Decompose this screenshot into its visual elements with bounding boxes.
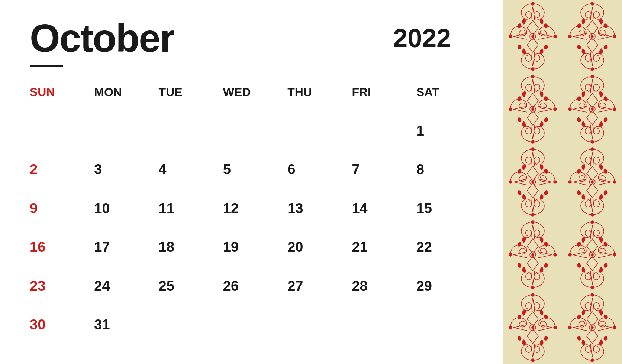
day-cell [287, 310, 352, 349]
day-cell: 22 [416, 233, 481, 272]
day-header-sun: SUN [30, 82, 94, 116]
day-header-sat: SAT [416, 82, 481, 116]
day-cell: 15 [416, 194, 481, 233]
svg-rect-7 [503, 0, 622, 364]
day-cell: 28 [352, 272, 416, 311]
day-cell [416, 310, 481, 349]
ornament-panel [503, 0, 622, 364]
day-cell: 27 [287, 272, 352, 311]
day-cell [159, 310, 223, 349]
day-header-thu: THU [287, 82, 352, 116]
day-cell: 2 [30, 155, 94, 194]
day-cell [287, 116, 352, 155]
ornament-pattern-svg [503, 0, 622, 364]
day-cell: 4 [159, 155, 223, 194]
day-cell: 20 [287, 233, 352, 272]
calendar-section: October 2022 SUN MON TUE WED THU FRI SAT… [0, 0, 503, 364]
day-cell [352, 310, 416, 349]
day-cell: 3 [94, 155, 158, 194]
day-cell: 13 [287, 194, 352, 233]
day-header-tue: TUE [159, 82, 223, 116]
day-cell: 19 [223, 233, 287, 272]
day-cell: 31 [94, 310, 158, 349]
day-cell: 10 [94, 194, 158, 233]
day-cell: 29 [416, 272, 481, 311]
day-header-mon: MON [94, 82, 158, 116]
day-header-fri: FRI [352, 82, 416, 116]
divider [30, 65, 63, 67]
day-cell: 23 [30, 272, 94, 311]
day-header-wed: WED [223, 82, 287, 116]
day-cell [159, 116, 223, 155]
year-title: 2022 [393, 25, 451, 51]
day-cell: 24 [94, 272, 158, 311]
day-cell [223, 310, 287, 349]
day-cell: 18 [159, 233, 223, 272]
day-cell [352, 116, 416, 155]
day-cell: 8 [416, 155, 481, 194]
day-cell [94, 116, 158, 155]
day-cell: 11 [159, 194, 223, 233]
day-cell: 25 [159, 272, 223, 311]
day-cell: 17 [94, 233, 158, 272]
day-cell: 21 [352, 233, 416, 272]
day-cell: 14 [352, 194, 416, 233]
day-cell: 1 [416, 116, 481, 155]
day-cell [223, 116, 287, 155]
day-cell: 26 [223, 272, 287, 311]
day-cell: 9 [30, 194, 94, 233]
day-cell: 6 [287, 155, 352, 194]
day-cell: 5 [223, 155, 287, 194]
calendar-grid: SUN MON TUE WED THU FRI SAT 1 2 3 4 5 6 … [30, 82, 481, 349]
day-cell: 7 [352, 155, 416, 194]
day-cell: 16 [30, 233, 94, 272]
day-cell: 12 [223, 194, 287, 233]
day-cell: 30 [30, 310, 94, 349]
month-title: October [30, 19, 174, 58]
day-cell [30, 116, 94, 155]
header-row: October 2022 [30, 19, 481, 58]
